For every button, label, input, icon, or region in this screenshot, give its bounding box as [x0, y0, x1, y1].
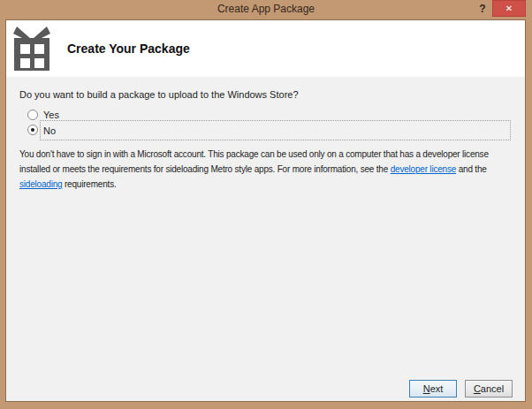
dialog-surface: Create Your Package Do you want to build…	[5, 19, 526, 402]
radio-dot	[31, 128, 34, 132]
focus-rectangle: No	[40, 120, 511, 140]
close-icon: ✕	[505, 4, 513, 13]
developer-license-link[interactable]: developer license	[391, 164, 456, 174]
titlebar: Create App Package ? ✕	[0, 0, 532, 19]
note-part-3: requirements.	[62, 179, 116, 189]
next-button[interactable]: Next	[409, 380, 457, 398]
gift-package-icon	[13, 26, 50, 72]
help-button[interactable]: ?	[475, 2, 490, 17]
radio-no-label: No	[43, 125, 56, 136]
cancel-button[interactable]: Cancel	[465, 380, 513, 398]
window-title: Create App Package	[0, 3, 532, 15]
create-app-package-dialog: Create App Package ? ✕ Create Your Packa…	[0, 0, 532, 409]
radio-option-no[interactable]: No	[27, 123, 525, 137]
radio-yes-label: Yes	[43, 110, 59, 120]
radio-unselected-icon[interactable]	[27, 110, 38, 120]
button-bar: Next Cancel	[409, 380, 513, 398]
note-part-2: and the	[456, 164, 487, 174]
close-button[interactable]: ✕	[492, 0, 526, 17]
sideloading-link[interactable]: sideloading	[19, 179, 62, 189]
radio-selected-icon[interactable]	[27, 125, 38, 135]
note-text: You don't have to sign in with a Microso…	[19, 147, 513, 192]
page-title: Create Your Package	[67, 42, 190, 56]
dialog-header: Create Your Package	[6, 20, 525, 77]
question-text: Do you want to build a package to upload…	[19, 89, 513, 100]
dialog-body: Do you want to build a package to upload…	[6, 77, 525, 401]
